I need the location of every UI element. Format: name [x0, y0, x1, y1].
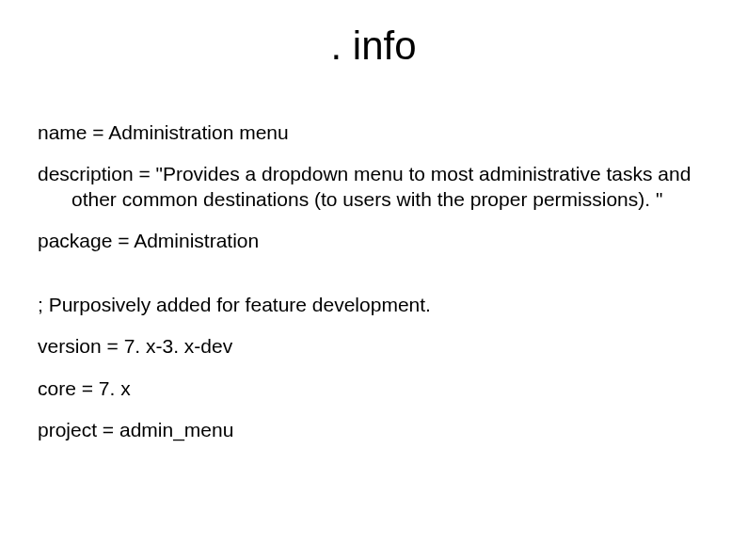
info-project-line: project = admin_menu: [38, 418, 709, 442]
info-version-line: version = 7. x-3. x-dev: [38, 334, 709, 359]
page-title: . info: [0, 24, 747, 69]
info-comment-line: ; Purposively added for feature developm…: [38, 293, 709, 317]
info-core-line: core = 7. x: [38, 376, 709, 401]
info-description-line: description = "Provides a dropdown menu …: [38, 162, 709, 212]
content-block: name = Administration menu description =…: [38, 120, 709, 459]
info-name-line: name = Administration menu: [38, 120, 709, 145]
info-package-line: package = Administration: [38, 229, 709, 253]
